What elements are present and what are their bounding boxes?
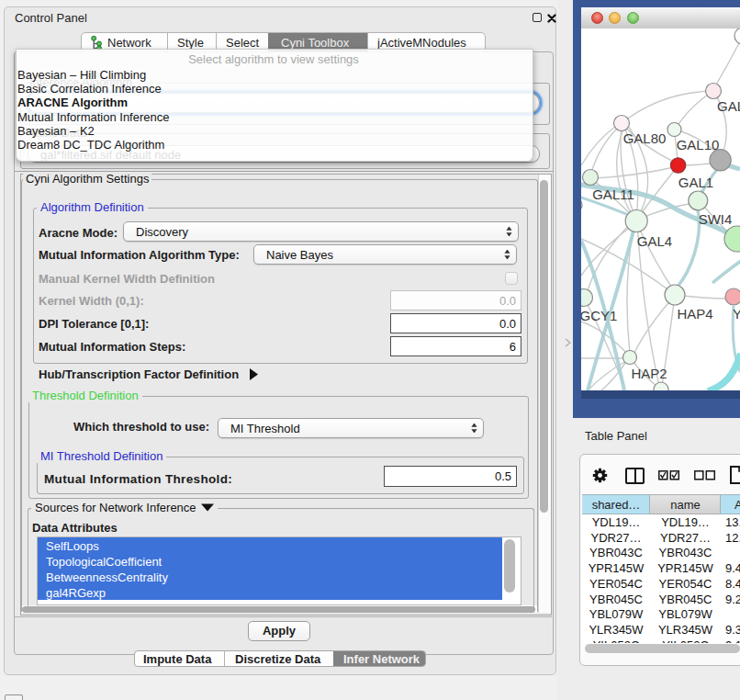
svg-text:GAL10: GAL10	[677, 137, 720, 152]
svg-text:GAL7: GAL7	[717, 98, 740, 114]
svg-text:SWI4: SWI4	[699, 211, 733, 227]
svg-text:GCY1: GCY1	[581, 308, 617, 323]
svg-text:HAP4: HAP4	[677, 306, 712, 322]
svg-text:YD: YD	[733, 306, 740, 322]
svg-text:GAL4: GAL4	[637, 233, 672, 249]
svg-text:HAP2: HAP2	[631, 366, 667, 381]
svg-text:GAL80: GAL80	[623, 130, 667, 146]
svg-text:GAL11: GAL11	[592, 186, 634, 202]
svg-text:GAL1: GAL1	[678, 175, 713, 190]
